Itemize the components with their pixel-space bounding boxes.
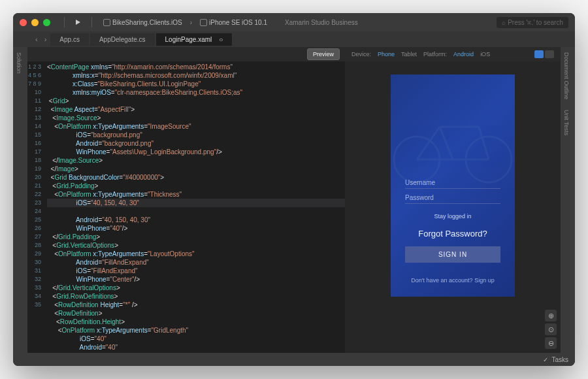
platform-ios-option[interactable]: iOS xyxy=(480,51,490,58)
svg-line-4 xyxy=(440,127,453,159)
login-form: Username Password Stay logged in Forgot … xyxy=(391,167,515,297)
separator xyxy=(91,17,92,27)
tasks-button[interactable]: Tasks xyxy=(551,356,568,363)
device-tablet-option[interactable]: Tablet xyxy=(401,51,417,58)
svg-line-7 xyxy=(417,127,440,159)
preview-button[interactable]: Preview xyxy=(307,48,340,60)
left-rail[interactable]: Solution xyxy=(13,47,27,353)
file-tab[interactable]: LoginPage.xaml○ xyxy=(156,33,233,46)
right-rail[interactable]: Document Outline Unit Tests xyxy=(561,47,575,353)
zoom-fit-icon[interactable]: ⊙ xyxy=(545,323,557,335)
xaml-preview-pane: Device: Phone Tablet Platform: Android i… xyxy=(345,47,561,353)
signin-button[interactable]: SIGN IN xyxy=(405,246,500,263)
forgot-password-link[interactable]: Forgot Password? xyxy=(405,229,500,239)
file-tab[interactable]: AppDelegate.cs xyxy=(90,33,155,46)
checkmark-icon: ✓ xyxy=(543,356,548,363)
line-gutter: 1 2 3 4 5 6 7 8 9 10 11 12 13 14 15 16 1… xyxy=(27,61,44,353)
solution-pad-label[interactable]: Solution xyxy=(13,47,25,79)
close-icon[interactable]: ○ xyxy=(219,36,223,43)
ide-window: BikeSharing.Clients.iOS › iPhone SE iOS … xyxy=(13,13,575,366)
file-tab[interactable]: App.cs xyxy=(50,33,89,46)
platform-android-option[interactable]: Android xyxy=(453,51,474,58)
editor-toolbar: Preview xyxy=(27,47,345,61)
username-field[interactable]: Username xyxy=(405,179,500,189)
phone-mockup: Username Password Stay logged in Forgot … xyxy=(391,74,515,297)
code-editor[interactable]: Preview 1 2 3 4 5 6 7 8 9 10 11 12 13 14… xyxy=(27,47,345,353)
play-icon xyxy=(76,20,80,25)
window-controls xyxy=(20,19,50,26)
zoom-out-icon[interactable]: ⊖ xyxy=(545,337,557,349)
platform-label: Platform: xyxy=(423,51,447,58)
doc-outline-pad-label[interactable]: Document Outline xyxy=(561,47,572,105)
device-canvas: Username Password Stay logged in Forgot … xyxy=(345,61,561,353)
main-area: Solution Preview 1 2 3 4 5 6 7 8 9 10 11… xyxy=(13,47,575,353)
titlebar: BikeSharing.Clients.iOS › iPhone SE iOS … xyxy=(13,13,575,31)
device-icon xyxy=(200,19,207,26)
status-bar: ✓ Tasks xyxy=(13,353,575,366)
orientation-toggle[interactable] xyxy=(534,50,554,58)
password-field[interactable]: Password xyxy=(405,194,500,204)
nav-forward-icon[interactable]: › xyxy=(42,35,50,43)
portrait-icon[interactable] xyxy=(534,50,544,58)
unit-tests-pad-label[interactable]: Unit Tests xyxy=(561,105,572,140)
zoom-controls: ⊕ ⊙ ⊖ xyxy=(545,310,557,349)
project-icon xyxy=(103,19,110,26)
code-content[interactable]: <ContentPage xmlns="http://xamarin.com/s… xyxy=(44,61,345,353)
device-phone-option[interactable]: Phone xyxy=(378,51,395,58)
nav-back-icon[interactable]: ‹ xyxy=(33,35,41,43)
separator xyxy=(64,17,65,27)
svg-line-6 xyxy=(479,127,489,159)
signup-link[interactable]: Don't have an account? Sign up xyxy=(405,277,500,284)
zoom-icon[interactable] xyxy=(43,19,50,26)
device-label: Device: xyxy=(351,51,371,58)
close-icon[interactable] xyxy=(20,19,27,26)
landscape-icon[interactable] xyxy=(545,50,554,58)
preview-toolbar: Device: Phone Tablet Platform: Android i… xyxy=(345,47,561,61)
stay-logged-checkbox[interactable]: Stay logged in xyxy=(405,213,500,220)
run-button[interactable] xyxy=(72,18,84,26)
minimize-icon[interactable] xyxy=(31,19,39,26)
target-selector[interactable]: iPhone SE iOS 10.1 xyxy=(196,18,271,27)
project-selector[interactable]: BikeSharing.Clients.iOS xyxy=(99,18,186,27)
zoom-in-icon[interactable]: ⊕ xyxy=(545,310,557,321)
ide-title: Xamarin Studio Business xyxy=(285,19,358,26)
tab-bar: ‹ › App.csAppDelegate.csLoginPage.xaml○ xyxy=(13,31,575,47)
search-input[interactable]: ⌕ Press '⌘.' to search xyxy=(497,17,568,28)
